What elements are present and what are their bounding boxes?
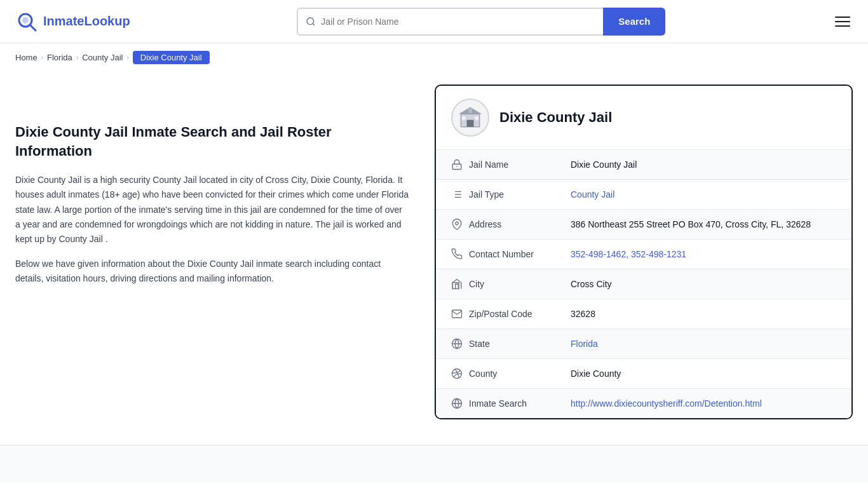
left-panel: Dixie County Jail Inmate Search and Jail… [15,85,435,419]
city-icon [451,278,469,290]
card-title: Dixie County Jail [499,109,612,126]
table-row: Jail TypeCounty Jail [436,180,851,210]
row-value: Cross City [571,279,836,289]
table-row: Inmate Searchhttp://www.dixiecountysheri… [436,389,851,418]
row-value: 32628 [571,309,836,319]
svg-line-4 [313,24,315,25]
location-icon [451,219,469,230]
row-label: State [469,339,571,349]
breadcrumb: Home › Florida › County Jail › Dixie Cou… [0,43,868,72]
jail-icon [451,159,469,170]
row-label: Zip/Postal Code [469,309,571,319]
page-description-2: Below we have given information about th… [15,257,409,286]
info-card: Dixie County Jail Jail NameDixie County … [435,85,853,419]
svg-rect-8 [462,116,466,120]
svg-rect-7 [467,120,474,127]
mail-icon [451,308,469,320]
header: InmateLookup Search [0,0,868,43]
hamburger-line-3 [835,25,850,27]
info-table: Jail NameDixie County JailJail TypeCount… [436,150,851,418]
logo-link[interactable]: InmateLookup [15,10,130,33]
svg-rect-9 [475,116,478,120]
page-title: Dixie County Jail Inmate Search and Jail… [15,123,409,160]
row-value[interactable]: 352-498-1462, 352-498-1231 [571,249,836,259]
row-label: City [469,279,571,289]
row-value: 386 Northeast 255 Street PO Box 470, Cro… [571,219,836,229]
jail-avatar [451,98,489,137]
chevron-icon-3: › [126,54,128,61]
breadcrumb-home[interactable]: Home [15,53,37,62]
row-link[interactable]: 352-498-1462, 352-498-1231 [571,249,686,259]
logo-text: InmateLookup [43,14,130,29]
search-form: Search [297,8,665,36]
row-label: Jail Name [469,159,571,170]
table-row: Address386 Northeast 255 Street PO Box 4… [436,210,851,240]
table-row: CityCross City [436,269,851,299]
row-label: Jail Type [469,189,571,200]
row-label: Inmate Search [469,398,571,409]
hamburger-button[interactable] [832,14,853,29]
row-label: Address [469,219,571,229]
svg-point-2 [22,17,29,24]
svg-rect-10 [468,108,472,112]
svg-point-19 [456,222,459,225]
search-input[interactable] [321,17,595,27]
building-icon [456,104,484,132]
phone-icon [451,248,469,260]
table-row: Contact Number352-498-1462, 352-498-1231 [436,240,851,269]
row-value[interactable]: County Jail [571,189,836,200]
row-value[interactable]: http://www.dixiecountysheriff.com/Detent… [571,398,836,409]
globe-icon [451,338,469,349]
footer-bar [0,445,868,483]
table-row: CountyDixie County [436,359,851,389]
page-description-1: Dixie County Jail is a high security Cou… [15,173,409,246]
chevron-icon-1: › [41,54,43,61]
web-icon [451,398,469,409]
search-container: Search [156,8,807,36]
search-button[interactable]: Search [603,8,665,36]
row-link[interactable]: Florida [571,339,598,349]
row-link[interactable]: County Jail [571,189,614,200]
row-label: Contact Number [469,249,571,259]
county-icon [451,368,469,379]
table-row: StateFlorida [436,329,851,359]
breadcrumb-county-jail[interactable]: County Jail [82,53,123,62]
search-input-wrapper [297,8,603,36]
row-value: Dixie County Jail [571,159,836,170]
table-row: Jail NameDixie County Jail [436,150,851,180]
right-panel: Dixie County Jail Jail NameDixie County … [435,85,853,419]
logo-icon [15,10,38,33]
card-header: Dixie County Jail [436,86,851,150]
svg-line-1 [30,25,36,30]
hamburger-line-1 [835,17,850,18]
row-value[interactable]: Florida [571,339,836,349]
table-row: Zip/Postal Code32628 [436,299,851,329]
hamburger-line-2 [835,21,850,22]
row-label: County [469,369,571,379]
svg-point-3 [307,18,314,25]
main-content: Dixie County Jail Inmate Search and Jail… [0,72,868,445]
list-icon [451,189,469,200]
row-link[interactable]: http://www.dixiecountysheriff.com/Detent… [571,398,762,409]
breadcrumb-current: Dixie County Jail [133,51,210,64]
breadcrumb-florida[interactable]: Florida [47,53,72,62]
search-icon [306,17,316,27]
row-value: Dixie County [571,369,836,379]
chevron-icon-2: › [76,54,78,61]
